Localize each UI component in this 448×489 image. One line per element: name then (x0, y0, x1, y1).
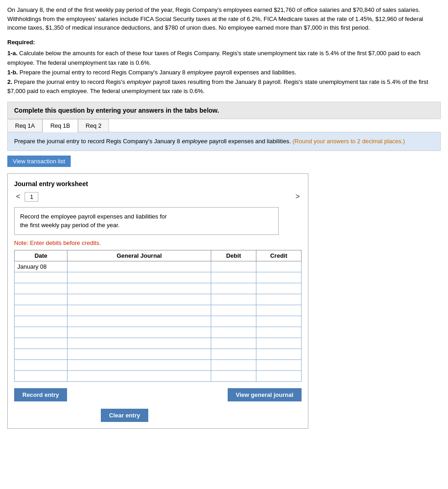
tabs-container: Req 1A Req 1B Req 2 (7, 119, 441, 132)
credit-input-1[interactable] (256, 261, 301, 272)
header-credit-label: Credit (270, 252, 287, 259)
credit-cell-8[interactable] (256, 338, 301, 349)
description-text: Record the employee payroll expenses and… (20, 213, 167, 229)
gj-cell-11[interactable] (68, 370, 211, 381)
page-number-box: 1 (25, 192, 38, 202)
credit-input-10[interactable] (256, 360, 301, 370)
credit-input-6[interactable] (256, 316, 301, 327)
debit-cell-9[interactable] (211, 349, 256, 359)
required-title: Required: (7, 38, 441, 47)
tab-req2-label: Req 2 (86, 122, 102, 129)
debit-cell-5[interactable] (211, 305, 256, 316)
view-transaction-button[interactable]: View transaction list (7, 156, 71, 167)
gj-cell-3[interactable] (68, 283, 211, 294)
gj-cell-10[interactable] (68, 359, 211, 370)
table-row (15, 272, 302, 283)
gj-cell-9[interactable] (68, 349, 211, 359)
debit-input-4[interactable] (211, 294, 256, 305)
credit-cell-2[interactable] (256, 272, 301, 283)
gj-input-6[interactable] (68, 316, 211, 327)
credit-cell-3[interactable] (256, 283, 301, 294)
debit-input-10[interactable] (211, 360, 256, 370)
next-arrow-icon: > (296, 192, 300, 200)
date-cell-2 (15, 272, 68, 283)
tab-content-orange: (Round your answers to 2 decimal places.… (292, 138, 405, 145)
worksheet-container: Journal entry worksheet < 1 > Record the… (7, 173, 308, 429)
record-entry-button[interactable]: Record entry (14, 388, 67, 401)
gj-input-3[interactable] (68, 283, 211, 294)
credit-input-7[interactable] (256, 327, 301, 338)
credit-input-11[interactable] (256, 371, 301, 381)
credit-cell-5[interactable] (256, 305, 301, 316)
gj-input-4[interactable] (68, 294, 211, 305)
req-1a-prefix: 1-a. (7, 50, 17, 57)
debit-input-8[interactable] (211, 338, 256, 349)
clear-entry-button[interactable]: Clear entry (101, 409, 148, 422)
gj-input-8[interactable] (68, 338, 211, 349)
view-general-journal-button[interactable]: View general journal (228, 388, 302, 401)
debit-input-9[interactable] (211, 349, 256, 359)
debit-cell-6[interactable] (211, 316, 256, 327)
debit-cell-10[interactable] (211, 359, 256, 370)
debit-cell-1[interactable] (211, 261, 256, 272)
credit-input-4[interactable] (256, 294, 301, 305)
gj-input-10[interactable] (68, 360, 211, 370)
gj-cell-1[interactable] (68, 261, 211, 272)
debit-cell-11[interactable] (211, 370, 256, 381)
gj-input-11[interactable] (68, 371, 211, 381)
tab-req1b[interactable]: Req 1B (42, 119, 78, 132)
table-header-row: Date General Journal Debit Credit (15, 250, 302, 261)
buttons-area: Record entry View general journal Clear … (14, 388, 302, 422)
credit-input-5[interactable] (256, 305, 301, 316)
gj-input-7[interactable] (68, 327, 211, 338)
credit-cell-7[interactable] (256, 327, 301, 338)
page-number: 1 (30, 193, 33, 200)
prev-page-button[interactable]: < (14, 192, 22, 201)
gj-cell-6[interactable] (68, 316, 211, 327)
credit-input-3[interactable] (256, 283, 301, 294)
table-row (15, 305, 302, 316)
debit-cell-3[interactable] (211, 283, 256, 294)
credit-cell-4[interactable] (256, 294, 301, 305)
credit-input-2[interactable] (256, 272, 301, 283)
debit-cell-7[interactable] (211, 327, 256, 338)
debit-input-11[interactable] (211, 371, 256, 381)
gj-cell-8[interactable] (68, 338, 211, 349)
gj-input-5[interactable] (68, 305, 211, 316)
tab-content-italic: employee (182, 138, 207, 145)
debit-cell-4[interactable] (211, 294, 256, 305)
credit-cell-10[interactable] (256, 359, 301, 370)
gj-cell-4[interactable] (68, 294, 211, 305)
table-row (15, 349, 302, 359)
intro-text: On January 8, the end of the first weekl… (7, 6, 423, 31)
debit-input-7[interactable] (211, 327, 256, 338)
debit-cell-8[interactable] (211, 338, 256, 349)
credit-cell-9[interactable] (256, 349, 301, 359)
debit-input-2[interactable] (211, 272, 256, 283)
gj-input-2[interactable] (68, 272, 211, 283)
tab-req1a[interactable]: Req 1A (7, 119, 42, 132)
table-row (15, 327, 302, 338)
gj-input-9[interactable] (68, 349, 211, 359)
req-1a: 1-a. Calculate below the amounts for eac… (7, 49, 441, 68)
debit-input-1[interactable] (211, 261, 256, 272)
date-cell-4 (15, 294, 68, 305)
credit-input-8[interactable] (256, 338, 301, 349)
debit-input-3[interactable] (211, 283, 256, 294)
date-value-1: January 08 (17, 263, 47, 270)
required-section: Required: 1-a. Calculate below the amoun… (7, 38, 441, 97)
debit-input-6[interactable] (211, 316, 256, 327)
date-cell-3 (15, 283, 68, 294)
debit-input-5[interactable] (211, 305, 256, 316)
credit-input-9[interactable] (256, 349, 301, 359)
gj-input-1[interactable] (68, 261, 211, 272)
gj-cell-2[interactable] (68, 272, 211, 283)
credit-cell-6[interactable] (256, 316, 301, 327)
debit-cell-2[interactable] (211, 272, 256, 283)
next-page-button[interactable]: > (294, 192, 302, 201)
credit-cell-11[interactable] (256, 370, 301, 381)
gj-cell-7[interactable] (68, 327, 211, 338)
tab-req2[interactable]: Req 2 (78, 119, 109, 132)
credit-cell-1[interactable] (256, 261, 301, 272)
gj-cell-5[interactable] (68, 305, 211, 316)
